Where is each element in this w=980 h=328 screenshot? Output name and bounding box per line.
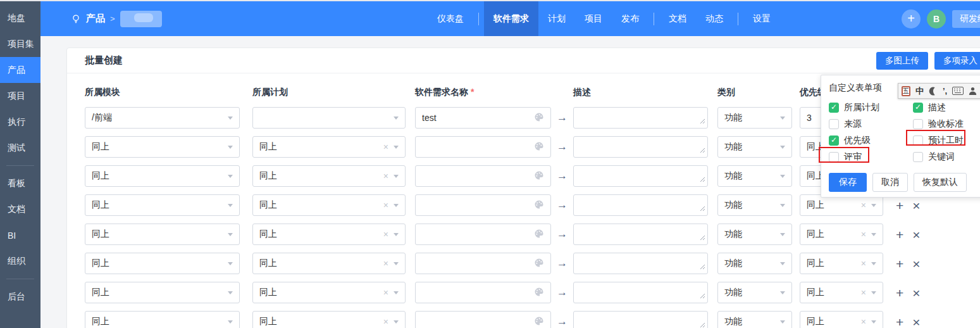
sidebar-item-product[interactable]: 产品: [0, 57, 40, 83]
sidebar-item-execution[interactable]: 执行: [0, 109, 40, 135]
priority-select[interactable]: 同上×: [800, 311, 883, 328]
priority-select[interactable]: 同上×: [800, 194, 883, 216]
story-name-input[interactable]: [415, 311, 551, 328]
module-select[interactable]: 同上: [85, 224, 240, 245]
category-select[interactable]: 功能: [717, 253, 792, 274]
tab-doc[interactable]: 文档: [659, 1, 696, 36]
category-select[interactable]: 功能: [717, 311, 792, 328]
story-name-input[interactable]: [415, 282, 551, 303]
tab-plan[interactable]: 计划: [538, 1, 575, 36]
option-desc[interactable]: 描述: [913, 103, 980, 113]
sidebar-item-admin[interactable]: 后台: [0, 284, 40, 310]
color-palette-icon[interactable]: [534, 112, 544, 124]
clear-icon[interactable]: ×: [861, 230, 866, 239]
checkbox-checked-icon[interactable]: [829, 103, 839, 113]
module-select[interactable]: 同上: [85, 311, 240, 328]
resize-handle-icon[interactable]: [700, 174, 705, 184]
color-palette-icon[interactable]: [534, 287, 544, 299]
color-palette-icon[interactable]: [534, 199, 544, 211]
module-select[interactable]: 同上: [85, 165, 240, 187]
description-textarea[interactable]: [573, 282, 708, 303]
clear-icon[interactable]: ×: [383, 230, 388, 239]
description-textarea[interactable]: [573, 253, 708, 274]
clear-icon[interactable]: ×: [383, 172, 388, 180]
clear-icon[interactable]: ×: [383, 317, 388, 326]
story-name-input[interactable]: [415, 224, 551, 245]
add-row-icon[interactable]: +: [896, 315, 903, 328]
tab-release[interactable]: 发布: [612, 1, 648, 36]
color-palette-icon[interactable]: [534, 258, 544, 270]
resize-handle-icon[interactable]: [700, 145, 705, 155]
remove-row-icon[interactable]: ×: [912, 315, 920, 328]
ime-punctuation-toggle[interactable]: ’,: [943, 86, 947, 96]
clear-icon[interactable]: ×: [383, 201, 388, 210]
plan-select[interactable]: 同上×: [252, 165, 406, 187]
description-textarea[interactable]: [573, 194, 708, 216]
module-select[interactable]: 同上: [85, 194, 240, 216]
add-row-icon[interactable]: +: [896, 257, 903, 270]
plan-select[interactable]: 同上×: [252, 253, 406, 274]
category-select[interactable]: 功能: [717, 165, 792, 187]
plan-select[interactable]: 同上×: [252, 311, 406, 328]
checkbox-unchecked-icon[interactable]: [829, 119, 839, 129]
breadcrumb-section[interactable]: 产品: [86, 13, 105, 25]
remove-row-icon[interactable]: ×: [912, 257, 920, 270]
person-icon[interactable]: [969, 87, 977, 96]
option-keywords[interactable]: 关键词: [913, 152, 980, 162]
option-acceptance[interactable]: 验收标准: [913, 119, 980, 129]
resize-handle-icon[interactable]: [700, 320, 705, 328]
plan-select[interactable]: 同上×: [252, 282, 406, 303]
multi-entry-button[interactable]: 多项录入: [934, 52, 980, 70]
tab-dynamic[interactable]: 动态: [696, 1, 733, 36]
priority-select[interactable]: 同上×: [800, 282, 883, 303]
description-textarea[interactable]: [573, 224, 708, 245]
checkbox-checked-icon[interactable]: [913, 103, 923, 113]
tab-settings[interactable]: 设置: [743, 1, 780, 36]
save-button[interactable]: 保存: [829, 173, 867, 192]
resize-handle-icon[interactable]: [700, 203, 705, 213]
clear-icon[interactable]: ×: [383, 288, 388, 297]
priority-select[interactable]: 同上×: [800, 253, 883, 274]
breadcrumb-product-redacted[interactable]: [120, 11, 162, 27]
sidebar-item-project[interactable]: 项目: [0, 83, 40, 109]
story-name-input[interactable]: [415, 194, 551, 216]
module-select[interactable]: /前端: [85, 107, 240, 129]
ime-wubi-icon[interactable]: 五: [902, 86, 910, 96]
module-select[interactable]: 同上: [85, 253, 240, 274]
clear-icon[interactable]: ×: [383, 259, 388, 268]
priority-select[interactable]: 同上×: [800, 224, 883, 245]
sidebar-item-qa[interactable]: 测试: [0, 135, 40, 161]
ime-language-toggle[interactable]: 中: [915, 85, 924, 97]
module-select[interactable]: 同上: [85, 136, 240, 158]
clear-icon[interactable]: ×: [861, 201, 866, 210]
option-plan[interactable]: 所属计划: [829, 103, 913, 113]
clear-icon[interactable]: ×: [383, 142, 388, 151]
option-priority[interactable]: 优先级: [829, 136, 913, 146]
clear-icon[interactable]: ×: [861, 259, 866, 268]
category-select[interactable]: 功能: [717, 224, 792, 245]
checkbox-checked-icon[interactable]: [829, 136, 839, 146]
category-select[interactable]: 功能: [717, 194, 792, 216]
sidebar-item-program[interactable]: 项目集: [0, 31, 40, 57]
sidebar-item-org[interactable]: 组织: [0, 248, 40, 274]
sidebar-item-bi[interactable]: BI: [0, 222, 40, 248]
remove-row-icon[interactable]: ×: [912, 228, 920, 241]
description-textarea[interactable]: [573, 107, 708, 129]
color-palette-icon[interactable]: [534, 170, 544, 182]
color-palette-icon[interactable]: [534, 141, 544, 153]
role-switch-button[interactable]: 研发经: [952, 10, 980, 28]
cancel-button[interactable]: 取消: [872, 173, 908, 192]
category-select[interactable]: 功能: [717, 136, 792, 158]
story-name-input[interactable]: [415, 136, 551, 158]
avatar[interactable]: B: [927, 9, 946, 28]
color-palette-icon[interactable]: [534, 229, 544, 241]
moon-icon[interactable]: [929, 87, 938, 96]
checkbox-unchecked-icon[interactable]: [913, 152, 923, 162]
resize-handle-icon[interactable]: [700, 116, 705, 126]
option-source[interactable]: 来源: [829, 119, 913, 129]
add-row-icon[interactable]: +: [896, 228, 903, 241]
plan-select[interactable]: [252, 107, 406, 129]
resize-handle-icon[interactable]: [700, 232, 705, 243]
multi-image-upload-button[interactable]: 多图上传: [876, 52, 928, 70]
color-palette-icon[interactable]: [534, 316, 544, 328]
